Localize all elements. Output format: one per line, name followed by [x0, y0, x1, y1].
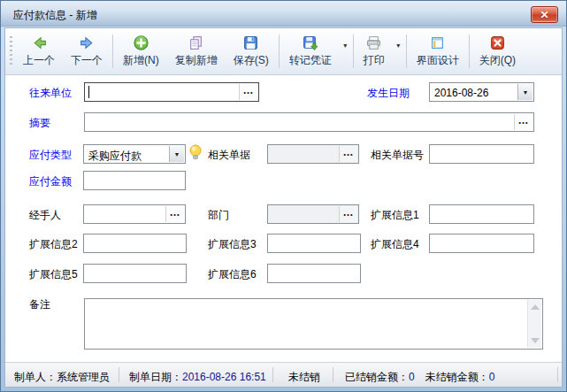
amount-status: 已结销金额：0未结销金额：0 [345, 370, 494, 385]
ext4-input[interactable] [429, 234, 534, 253]
maker-status: 制单人：系统管理员 [14, 370, 110, 385]
toolbar-button-copy-new[interactable]: 复制新增 [167, 30, 226, 73]
ext6-label: 扩展信息6 [208, 267, 257, 282]
payable-type-dropdown-button[interactable]: ▼ [169, 146, 184, 162]
form-area: 往来单位 … 发生日期 2016-08-26 ▼ 摘要 … 应付类型 采购应付款… [5, 75, 562, 362]
statusbar-separator [333, 367, 333, 382]
related-doc-browse-button[interactable]: … [339, 146, 357, 162]
related-doc-no-input[interactable] [429, 144, 534, 164]
toolbar-separator [406, 35, 407, 68]
close-icon: ✕ [540, 10, 548, 20]
titlebar[interactable]: 应付款信息 - 新增 ✕ [1, 1, 566, 27]
window-close-button[interactable]: ✕ [531, 6, 558, 23]
combo-arrow-icon: ▼ [523, 89, 529, 96]
summary-browse-button[interactable]: … [514, 114, 533, 130]
toolbar-button-label: 保存(S) [234, 53, 269, 68]
toolbar-button-next[interactable]: 下一个 [63, 30, 111, 73]
settled-label: 已结销金额： [345, 371, 409, 383]
make-date-label: 制单日期： [129, 371, 182, 383]
print-dropdown[interactable]: ▾ [393, 30, 404, 73]
payable-amount-input[interactable] [83, 171, 186, 190]
combo-arrow-icon: ▼ [174, 151, 180, 158]
partner-label: 往来单位 [29, 86, 72, 101]
make-date-status: 制单日期：2016-08-26 16:51 [129, 370, 266, 385]
toolbar-grip[interactable] [9, 36, 12, 66]
maker-label: 制单人： [14, 371, 57, 383]
payable-type-combobox[interactable]: 采购应付款 ▼ [83, 144, 186, 164]
dialog-window: 应付款信息 - 新增 ✕ 上一个 下一个 [0, 0, 567, 392]
summary-input[interactable]: … [84, 112, 534, 132]
chevron-down-icon: ▾ [396, 42, 400, 50]
summary-label: 摘要 [29, 116, 50, 131]
scroll-down-icon[interactable] [531, 338, 540, 343]
statusbar-separator [272, 367, 273, 382]
post-voucher-dropdown[interactable]: ▾ [340, 30, 351, 73]
arrow-left-icon [31, 35, 48, 51]
handler-label: 经手人 [29, 208, 61, 223]
ext4-label: 扩展信息4 [371, 237, 419, 252]
arrow-right-icon [79, 35, 96, 51]
close-red-icon [489, 35, 506, 51]
ext3-input[interactable] [267, 234, 361, 253]
toolbar-button-previous[interactable]: 上一个 [15, 30, 63, 73]
ext6-input[interactable] [267, 264, 361, 283]
remark-label: 备注 [29, 297, 50, 312]
maker-value: 系统管理员 [57, 371, 110, 383]
ext5-input[interactable] [83, 264, 187, 283]
copy-icon [188, 35, 204, 51]
toolbar-separator [469, 35, 470, 68]
occur-date-label: 发生日期 [367, 86, 410, 101]
related-doc-input[interactable]: … [267, 144, 359, 164]
payable-type-label: 应付类型 [29, 148, 72, 163]
remark-textarea[interactable] [84, 298, 543, 350]
occur-date-dropdown-button[interactable]: ▼ [517, 84, 533, 100]
toolbar-button-new[interactable]: 新增(N) [115, 30, 167, 73]
printer-icon [365, 35, 382, 51]
toolbar-button-save[interactable]: 保存(S) [226, 30, 277, 73]
payable-amount-label: 应付金额 [29, 174, 72, 189]
toolbar-button-print[interactable]: 打印 [356, 30, 393, 73]
toolbar-button-post-voucher[interactable]: 转记凭证 [281, 30, 340, 73]
ui-design-icon [429, 35, 446, 51]
ext2-label: 扩展信息2 [29, 237, 78, 252]
department-browse-button[interactable]: … [339, 206, 357, 222]
unsettled-value: 0 [489, 371, 495, 383]
toolbar-button-label: 复制新增 [175, 53, 218, 68]
window-body: 上一个 下一个 新增(N) [4, 27, 563, 388]
toolbar-button-label: 打印 [364, 53, 385, 68]
related-doc-label: 相关单据 [208, 148, 250, 163]
ext5-label: 扩展信息5 [29, 267, 78, 282]
toolbar: 上一个 下一个 新增(N) [5, 28, 562, 75]
ext2-input[interactable] [83, 234, 187, 253]
department-input[interactable]: … [267, 204, 359, 224]
settled-value: 0 [409, 371, 415, 383]
handler-browse-button[interactable]: … [165, 206, 184, 222]
toolbar-separator [279, 35, 280, 68]
settle-status-badge: 未结销 [288, 370, 320, 385]
partner-input[interactable]: … [84, 82, 259, 102]
statusbar: 制单人：系统管理员 制单日期：2016-08-26 16:51 未结销 已结销金… [5, 362, 562, 387]
statusbar-separator [557, 367, 558, 382]
make-date-value: 2016-08-26 16:51 [182, 371, 266, 383]
plus-circle-icon [133, 35, 149, 51]
ext1-label: 扩展信息1 [371, 208, 419, 223]
toolbar-button-close[interactable]: 关闭(Q) [471, 30, 524, 73]
remark-scrollbar[interactable] [527, 300, 541, 348]
toolbar-button-label: 关闭(Q) [479, 53, 516, 68]
related-doc-no-label: 相关单据号 [371, 148, 424, 163]
ext1-input[interactable] [429, 204, 534, 224]
occur-date-combobox[interactable]: 2016-08-26 ▼ [429, 82, 534, 102]
text-caret [88, 86, 89, 98]
save-icon [242, 35, 259, 51]
payable-type-value: 采购应付款 [88, 149, 142, 164]
toolbar-button-ui-design[interactable]: 界面设计 [409, 30, 467, 73]
toolbar-button-label: 新增(N) [123, 53, 159, 68]
handler-input[interactable]: … [83, 204, 186, 224]
partner-browse-button[interactable]: … [239, 84, 257, 100]
window-title: 应付款信息 - 新增 [13, 8, 97, 23]
scroll-up-icon[interactable] [531, 304, 540, 310]
toolbar-button-label: 转记凭证 [289, 53, 332, 68]
department-label: 部门 [208, 208, 229, 223]
chevron-down-icon: ▾ [343, 42, 347, 50]
toolbar-button-label: 上一个 [23, 53, 55, 68]
